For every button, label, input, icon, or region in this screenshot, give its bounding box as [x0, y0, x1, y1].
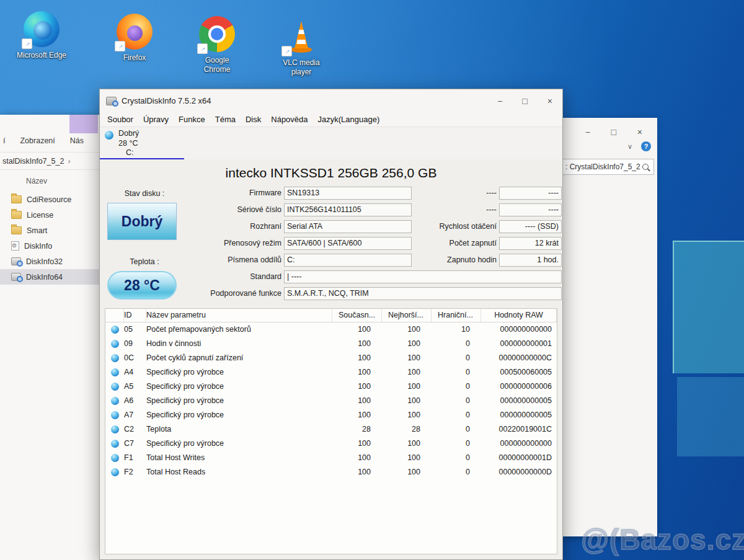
ribbon-tab-nastroje[interactable]: Nás: [70, 136, 84, 145]
row-icon-cell: [105, 468, 124, 476]
desktop-icon-vlc[interactable]: → VLC media player: [275, 19, 327, 77]
file-list: CdiResourceLicenseSmartDiskInfoDiskInfo3…: [0, 192, 101, 285]
app-icon: [106, 97, 117, 105]
table-row[interactable]: F2Total Host Reads100100000000000000D: [105, 465, 557, 479]
table-row[interactable]: C2Teplota2828000220019001C: [105, 422, 557, 437]
folder-icon: [11, 195, 22, 203]
menu-item-disk[interactable]: Disk: [241, 115, 266, 124]
field-label: ----: [391, 203, 497, 216]
table-row[interactable]: 09Hodin v činnosti1001000000000000001: [105, 337, 557, 351]
minimize-button[interactable]: −: [585, 128, 590, 136]
field-label: Standard: [180, 270, 281, 283]
attr-id: A5: [124, 380, 146, 394]
chevron-down-icon[interactable]: ∨: [627, 143, 632, 151]
file-list-item-diskinfo32[interactable]: DiskInfo32: [0, 254, 101, 269]
attr-threshold: 10: [432, 322, 481, 337]
menu-item--pravy[interactable]: Úpravy: [138, 115, 174, 124]
table-row[interactable]: F1Total Host Writes100100000000000001D: [105, 451, 557, 465]
field-row-left: Podporované funkceS.M.A.R.T., NCQ, TRIM: [100, 287, 562, 300]
column-header[interactable]: Nejhorší...: [382, 309, 432, 322]
attr-worst: 100: [382, 451, 432, 465]
column-header-name[interactable]: Název: [26, 177, 47, 185]
file-list-item-diskinfo[interactable]: DiskInfo: [0, 238, 101, 254]
attr-name: Specifický pro výrobce: [146, 437, 332, 451]
field-row-right: --------: [100, 203, 562, 216]
desktop-icon-chrome[interactable]: → Google Chrome: [191, 16, 243, 74]
ribbon-tab-partial[interactable]: í: [3, 136, 5, 145]
attr-id: 05: [124, 322, 146, 337]
row-icon-cell: [105, 326, 124, 334]
table-row[interactable]: C7Specifický pro výrobce1001000000000000…: [105, 437, 557, 451]
attr-id: F1: [124, 451, 146, 465]
ribbon-tabs: í Zobrazení Nás: [0, 133, 104, 148]
table-row[interactable]: 0CPočet cyklů zapnutí zařízení1001000000…: [105, 351, 557, 365]
field-row-right: --------: [100, 187, 562, 200]
ribbon-highlight: [69, 115, 98, 133]
attr-worst: 100: [382, 465, 432, 479]
attr-worst: 100: [382, 337, 432, 351]
desktop-icon-edge[interactable]: → Microsoft Edge: [16, 11, 68, 60]
field-value-box: 1 hod.: [499, 254, 562, 267]
table-row[interactable]: 05Počet přemapovaných sektorů10010010000…: [105, 322, 557, 337]
column-header[interactable]: Hraniční...: [432, 309, 481, 322]
column-header[interactable]: Současn...: [332, 309, 382, 322]
menu-item-soubor[interactable]: Soubor: [102, 115, 138, 124]
close-button[interactable]: ×: [637, 128, 642, 136]
attr-threshold: 0: [432, 437, 481, 451]
header-icon-spacer: [105, 309, 124, 322]
menu-item-funkce[interactable]: Funkce: [174, 115, 210, 124]
attr-worst: 100: [382, 408, 432, 422]
menu-item-t-ma[interactable]: Téma: [210, 115, 241, 124]
file-list-item-smart[interactable]: Smart: [0, 223, 101, 238]
disk-selector[interactable]: Dobrý 28 °C C:: [100, 127, 562, 160]
close-button[interactable]: ×: [547, 97, 552, 105]
field-value-box: S.M.A.R.T., NCQ, TRIM: [284, 287, 562, 300]
file-list-item-cdiresource[interactable]: CdiResource: [0, 192, 101, 207]
minimize-button[interactable]: −: [497, 97, 502, 105]
column-header[interactable]: Název parametru: [146, 309, 332, 322]
app-icon: [11, 257, 21, 265]
column-header[interactable]: ID: [124, 309, 146, 322]
ribbon-tab-zobrazeni[interactable]: Zobrazení: [20, 136, 55, 145]
attr-id: 09: [124, 337, 146, 351]
search-input[interactable]: : CrystalDiskInfo7_5_2: [562, 159, 654, 175]
menu-item-n-pov-da[interactable]: Nápověda: [266, 115, 312, 124]
help-icon[interactable]: ?: [641, 141, 651, 151]
row-icon-cell: [105, 425, 124, 433]
attr-raw: 000000000000: [481, 437, 557, 451]
breadcrumb[interactable]: stalDiskInfo7_5_2 ›: [0, 152, 101, 170]
maximize-button[interactable]: □: [611, 128, 616, 136]
wallpaper-window-pane-bottom: [677, 377, 744, 456]
attr-worst: 100: [382, 437, 432, 451]
table-row[interactable]: A6Specifický pro výrobce1001000000000000…: [105, 394, 557, 408]
titlebar[interactable]: CrystalDiskInfo 7.5.2 x64 − □ ×: [100, 89, 562, 112]
attr-worst: 100: [382, 351, 432, 365]
maximize-button[interactable]: □: [522, 97, 527, 105]
attr-name: Specifický pro výrobce: [146, 408, 332, 422]
search-icon: [642, 164, 649, 170]
field-value-box: ----: [499, 187, 562, 200]
window-title: CrystalDiskInfo 7.5.2 x64: [122, 96, 497, 105]
column-header[interactable]: Hodnoty RAW: [481, 309, 557, 322]
attr-worst: 100: [382, 322, 432, 337]
attr-current: 100: [332, 408, 382, 422]
table-row[interactable]: A5Specifický pro výrobce1001000000000000…: [105, 380, 557, 394]
desktop-icon-label: Google Chrome: [191, 56, 243, 74]
menu-item-jazyk-language-[interactable]: Jazyk(Language): [313, 115, 385, 124]
file-list-item-diskinfo64[interactable]: DiskInfo64: [0, 269, 101, 285]
attr-name: Total Host Writes: [146, 451, 332, 465]
attr-threshold: 0: [432, 408, 481, 422]
desktop: → Microsoft Edge → Firefox → Google Chro…: [0, 0, 744, 560]
table-row[interactable]: A7Specifický pro výrobce1001000000000000…: [105, 408, 557, 422]
desktop-icon-firefox[interactable]: → Firefox: [108, 14, 161, 63]
attr-raw: 00000000000C: [481, 351, 557, 365]
attr-threshold: 0: [432, 337, 481, 351]
table-row[interactable]: A4Specifický pro výrobce1001000000500060…: [105, 365, 557, 380]
wallpaper-window-pane-top: [673, 241, 744, 373]
crystaldiskinfo-window: CrystalDiskInfo 7.5.2 x64 − □ × SouborÚp…: [99, 89, 563, 560]
smart-status-icon: [111, 440, 119, 448]
file-list-item-license[interactable]: License: [0, 207, 101, 223]
smart-status-icon: [111, 454, 119, 462]
attr-name: Specifický pro výrobce: [146, 394, 332, 408]
smart-status-icon: [111, 411, 119, 419]
